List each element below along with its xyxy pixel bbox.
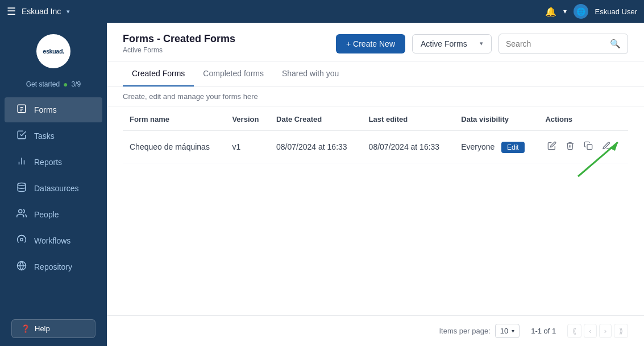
topbar-dropdown-icon[interactable]: ▾ <box>563 7 567 15</box>
globe-icon[interactable]: 🌐 <box>574 4 588 19</box>
hamburger-icon[interactable]: ☰ <box>7 5 16 18</box>
svg-rect-12 <box>587 145 592 150</box>
last-page-button[interactable]: ⟫ <box>614 324 628 338</box>
sidebar-item-people[interactable]: People <box>5 202 102 227</box>
workflows-icon <box>16 234 27 247</box>
sidebar-item-workflows-label: Workflows <box>34 236 70 245</box>
col-date-created: Date Created <box>269 107 362 131</box>
action-icons <box>545 139 621 155</box>
sidebar-item-reports[interactable]: Reports <box>5 150 102 175</box>
search-input[interactable] <box>506 39 605 48</box>
topbar: ☰ Eskuad Inc ▾ 🔔 ▾ 🌐 Eskuad User <box>0 0 644 23</box>
get-started-label: Get started <box>26 80 60 88</box>
sidebar-item-datasources[interactable]: Datasources <box>5 176 102 201</box>
svg-point-9 <box>20 238 23 241</box>
logo: eskuad. <box>36 34 70 68</box>
page-info: 1-1 of 1 <box>531 327 556 335</box>
get-started-progress: 3/9 <box>72 80 81 88</box>
tab-shared-with-you[interactable]: Shared with you <box>273 61 348 86</box>
main-content: Forms - Created Forms Active Forms + Cre… <box>107 23 644 346</box>
cell-version: v1 <box>225 131 269 163</box>
sidebar-item-forms[interactable]: Forms <box>5 97 102 122</box>
col-form-name: Form name <box>123 107 225 131</box>
cell-last-edited: 08/07/2024 at 16:33 <box>362 131 455 163</box>
cell-date-created: 08/07/2024 at 16:33 <box>269 131 362 163</box>
topbar-left: ☰ Eskuad Inc ▾ <box>7 5 70 18</box>
col-data-visibility: Data visibility <box>454 107 538 131</box>
user-name: Eskuad User <box>595 7 637 16</box>
col-version: Version <box>225 107 269 131</box>
sub-header: Create, edit and manage your forms here <box>107 86 644 107</box>
svg-point-7 <box>18 183 26 186</box>
tab-completed-forms[interactable]: Completed forms <box>194 61 273 86</box>
copy-icon[interactable] <box>581 139 595 155</box>
sidebar-item-forms-label: Forms <box>34 105 57 114</box>
items-per-page-label: Items per page: <box>439 327 490 335</box>
create-new-button[interactable]: + Create New <box>336 34 405 53</box>
main-layout: eskuad. Get started ● 3/9 Forms Tasks Re… <box>0 23 644 346</box>
cell-data-visibility: Everyone Edit <box>454 131 538 163</box>
per-page-select[interactable]: 10 ▾ <box>495 324 520 338</box>
get-started[interactable]: Get started ● 3/9 <box>0 77 107 97</box>
per-page-value: 10 <box>500 327 508 335</box>
table-container: Form name Version Date Created Last edit… <box>107 107 644 315</box>
delete-icon[interactable] <box>563 139 577 155</box>
search-box: 🔍 <box>498 34 628 54</box>
progress-dot: ● <box>63 80 68 89</box>
sidebar-item-repository-label: Repository <box>34 262 72 271</box>
col-actions: Actions <box>538 107 628 131</box>
help-icon: ❓ <box>21 324 30 333</box>
table-row: Chequeo de máquinas v1 08/07/2024 at 16:… <box>123 131 628 163</box>
svg-point-8 <box>19 209 22 213</box>
org-name: Eskuad Inc <box>22 7 61 16</box>
more-options-icon[interactable] <box>600 139 613 155</box>
reports-icon <box>16 156 27 168</box>
tasks-icon <box>16 130 27 142</box>
sidebar-item-tasks[interactable]: Tasks <box>5 123 102 149</box>
sidebar-item-repository[interactable]: Repository <box>5 254 102 279</box>
header-actions: + Create New Active Forms ▾ 🔍 <box>336 34 628 54</box>
prev-page-button[interactable]: ‹ <box>584 324 596 338</box>
help-label: Help <box>35 324 50 333</box>
active-forms-chevron-icon: ▾ <box>480 40 483 47</box>
first-page-button[interactable]: ⟪ <box>567 324 581 338</box>
edit-badge[interactable]: Edit <box>501 142 525 153</box>
active-forms-dropdown[interactable]: Active Forms ▾ <box>412 34 492 53</box>
per-page-chevron-icon: ▾ <box>512 328 514 334</box>
bell-icon[interactable]: 🔔 <box>545 6 556 17</box>
sidebar-item-workflows[interactable]: Workflows <box>5 228 102 253</box>
tabs-row: Created Forms Completed forms Shared wit… <box>107 61 644 86</box>
next-page-button[interactable]: › <box>599 324 612 338</box>
sidebar-item-reports-label: Reports <box>34 158 62 167</box>
cell-form-name: Chequeo de máquinas <box>123 131 225 163</box>
table-header-row: Form name Version Date Created Last edit… <box>123 107 628 131</box>
sidebar-item-tasks-label: Tasks <box>34 131 55 141</box>
forms-icon <box>16 104 27 116</box>
search-icon: 🔍 <box>610 39 621 49</box>
pagination-bar: Items per page: 10 ▾ 1-1 of 1 ⟪ ‹ › ⟫ <box>107 315 644 346</box>
org-chevron-icon[interactable]: ▾ <box>67 8 70 15</box>
col-last-edited: Last edited <box>362 107 455 131</box>
sidebar-item-datasources-label: Datasources <box>34 184 79 193</box>
items-per-page: Items per page: 10 ▾ <box>439 324 520 338</box>
page-title: Forms - Created Forms <box>123 33 235 45</box>
logo-text: eskuad. <box>43 48 64 55</box>
page-subtitle: Active Forms <box>123 46 235 54</box>
tab-created-forms[interactable]: Created Forms <box>123 61 194 86</box>
sidebar: eskuad. Get started ● 3/9 Forms Tasks Re… <box>0 23 107 346</box>
datasources-icon <box>16 182 27 195</box>
edit-pencil-icon[interactable] <box>545 139 559 155</box>
forms-table: Form name Version Date Created Last edit… <box>123 107 628 163</box>
page-nav: ⟪ ‹ › ⟫ <box>567 324 628 338</box>
sidebar-item-people-label: People <box>34 210 59 219</box>
create-new-label: + Create New <box>346 39 395 48</box>
people-icon <box>16 208 27 221</box>
logo-area: eskuad. <box>0 28 107 77</box>
data-visibility-label: Everyone <box>461 142 495 151</box>
help-button[interactable]: ❓ Help <box>11 319 95 338</box>
repository-icon <box>16 261 27 273</box>
topbar-right: 🔔 ▾ 🌐 Eskuad User <box>545 4 637 19</box>
page-title-area: Forms - Created Forms Active Forms <box>123 33 235 54</box>
active-forms-label: Active Forms <box>421 39 467 48</box>
cell-actions <box>538 131 628 163</box>
